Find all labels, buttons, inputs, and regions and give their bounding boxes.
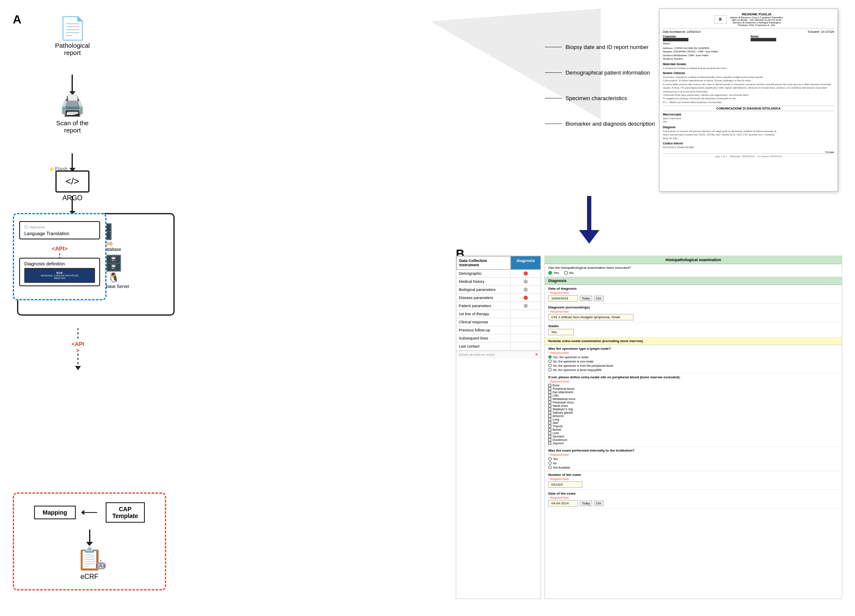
date-clear-btn[interactable]: Clnr — [594, 296, 604, 301]
red-dashed-box: Mapping CAP Template 📋 🤖 — [13, 492, 166, 590]
has-histopath-yes[interactable]: Yes — [548, 271, 559, 275]
cb-duodenum[interactable]: Duodenum — [548, 438, 838, 441]
biopsy-line — [545, 47, 562, 47]
biopsy-label: Biopsy date and ID report number — [565, 44, 648, 50]
row-label-demographic: Demographic — [456, 270, 511, 277]
doc-patient-section: Cognome: Nome: Sesso: — [663, 35, 834, 45]
cb-thyroid[interactable]: Thyroid — [548, 425, 838, 428]
exam-number-input[interactable]: 041323 — [548, 481, 582, 488]
diag-surr-input[interactable]: C91.1-Diffuse Non-Hodgkin lymphoma, Smal… — [548, 314, 633, 320]
doc-address-block: Indirizzo: CORSO ALCIDE DE GASPERI Repar… — [663, 46, 834, 61]
status-dot-red-1 — [524, 271, 528, 276]
delete-all-row[interactable]: Delete all data on event ✕ — [456, 351, 541, 358]
specimen-label: Specimen characteristics — [565, 95, 627, 101]
row-status-medical — [511, 278, 541, 285]
cb-jejunum[interactable]: Jejunum — [548, 442, 838, 445]
cb-lnh[interactable]: LNH — [548, 394, 838, 397]
table-header: Data Collection Instrument Diagnosis — [456, 256, 541, 270]
radio-no — [564, 271, 568, 275]
doc-clinical-section: Notizie Cliniche Anamnesi: Sequenza mult… — [663, 72, 834, 104]
exam-number-row: Number of the exam * Required field 0413… — [545, 471, 842, 490]
date-exam-input[interactable]: 04-04-2014 — [548, 500, 578, 507]
cb-breast[interactable]: Breast — [548, 428, 838, 431]
checkbox-jejunum — [548, 442, 551, 445]
specimen-biopsy-label: No, the specimen is bone biopsy/BM — [553, 368, 602, 371]
cb-peripheral-blood[interactable]: Peripheral blood — [548, 387, 838, 390]
checkbox-skin — [548, 421, 551, 424]
diagnosis-surroundings-label: Diagnosis (surroundings) — [548, 305, 838, 309]
cb-eye[interactable]: Eye attachment — [548, 391, 838, 394]
specimen-nodal-option[interactable]: Yes, the specimen is nodal — [548, 355, 838, 359]
arrow-path-to-scan — [72, 75, 73, 92]
radio-inst-na — [548, 466, 552, 469]
date-exam-clear-btn[interactable]: Clnr — [594, 501, 604, 506]
date-input[interactable]: 10/04/2014 — [548, 295, 578, 302]
ecrf-form: Histopathological examination Has the hi… — [544, 256, 842, 599]
cb-bone[interactable]: Bone — [548, 384, 838, 387]
table-row-clinical: Clinical response — [456, 318, 541, 326]
row-status-patient — [511, 302, 541, 310]
cb-salivary[interactable]: Salivary glands — [548, 411, 838, 414]
cb-stomach[interactable]: Stomach — [548, 435, 838, 438]
mapping-box: Mapping — [34, 506, 76, 519]
cb-waldeyer[interactable]: Waldeyer's ring — [548, 408, 838, 411]
cb-nasal[interactable]: Nasal sinus — [548, 404, 838, 407]
peripheral-site-label: If not, please define extra-nodal site o… — [548, 375, 838, 379]
diagnosis-definition-label: Diagnosis definition — [24, 261, 95, 266]
cap-template-box: CAP Template — [106, 502, 145, 523]
table-row-biological: Biological parameters — [456, 286, 541, 294]
doc-num-label: N.Esame: 14-I-07229 — [808, 30, 834, 33]
inst-no-label: No — [553, 462, 557, 465]
cb-airborne[interactable]: Airborne — [548, 415, 838, 417]
nih-box: NIH NATIONAL CANCER INSTITUTE SEER API — [24, 268, 95, 283]
left-panel: A 📄 Pathologicalreport 🖨️ Scan of therep… — [9, 9, 256, 607]
row-status-disease — [511, 294, 541, 302]
inst-na-label: Not Available — [553, 466, 570, 469]
checkbox-list: Bone Peripheral blood Eye attachment LNH… — [548, 384, 838, 445]
date-exam-picker-btn[interactable]: Today — [580, 501, 592, 506]
inst-no-option[interactable]: No — [548, 461, 838, 465]
exam-number-label: Number of the exam — [548, 473, 838, 477]
date-picker-btn[interactable]: Today — [580, 296, 592, 301]
row-label-prev-followup: Previous follow-up — [456, 326, 511, 334]
row-label-first-line: 1st line of therapy — [456, 310, 511, 318]
cb-liver[interactable]: Liver — [548, 432, 838, 435]
cap-template-label: CAP — [112, 506, 138, 512]
checkbox-thyroid — [548, 425, 551, 428]
doc-region-title: REGIONE PUGLIA — [730, 12, 783, 16]
specimen-blood-option[interactable]: No, the specimen is from the peripheral … — [548, 364, 838, 367]
cb-skin[interactable]: Skin — [548, 421, 838, 424]
argo-label: ARGO — [62, 194, 82, 202]
has-histopath-no[interactable]: No — [564, 271, 573, 275]
inst-yes-option[interactable]: Yes — [548, 457, 838, 461]
table-row-prev-followup: Previous follow-up — [456, 326, 541, 334]
row-label-last-contact: Last contact — [456, 343, 511, 350]
date-exam-row: Date of the exam * Required field 04-04-… — [545, 490, 842, 509]
peripheral-site-row: If not, please define extra-nodal site o… — [545, 374, 842, 447]
big-arrow-shaft — [587, 196, 591, 230]
cb-lung[interactable]: Lung — [548, 418, 838, 421]
date-input-group: 10/04/2014 Today Clnr — [548, 295, 838, 302]
specimen-type-label: Was the specimen type a lymph node? — [548, 347, 838, 351]
has-histopath-options: Yes No — [548, 271, 838, 275]
checkbox-eye — [548, 391, 551, 394]
col-header-diagnosis: Diagnosis — [511, 256, 541, 270]
table-row-first-line: 1st line of therapy — [456, 310, 541, 318]
ecrf-label: eCRF — [81, 573, 98, 581]
table-row-subsequent: Subsequent lines — [456, 334, 541, 343]
doc-codice-title: Codice Interni — [663, 142, 834, 145]
exam-num-required: * Required field — [548, 478, 838, 481]
code-icon: </> — [55, 170, 89, 193]
specimen-biopsy-option[interactable]: No, the specimen is bone biopsy/BM — [548, 368, 838, 371]
specimen-nodal-label: Yes, the specimen is nodal — [553, 356, 588, 359]
inst-na-option[interactable]: Not Available — [548, 466, 838, 469]
diag-surr-required: * Required field — [548, 310, 838, 313]
specimen-nonnodal-option[interactable]: No, the specimen is non-nodal — [548, 360, 838, 363]
date-diagnosis-label: Date of diagnosis — [548, 287, 838, 291]
table-row-disease: Disease parameters — [456, 294, 541, 302]
doc-nome-field: Nome: — [751, 35, 834, 41]
cb-paranasal[interactable]: Paranasal sinus — [548, 401, 838, 404]
stage-input[interactable]: Yes — [548, 329, 574, 335]
cb-mediastinal[interactable]: Mediastinal sinus — [548, 397, 838, 400]
delete-x-icon[interactable]: ✕ — [535, 353, 538, 357]
